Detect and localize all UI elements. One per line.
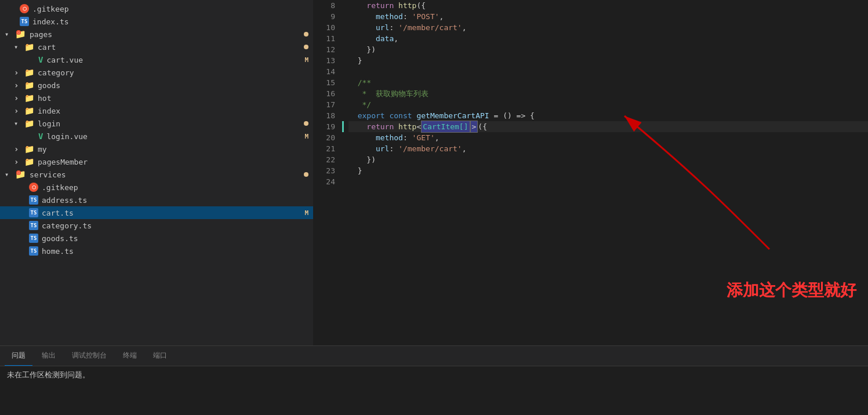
pages-folder-icon: 📁⬡	[15, 29, 26, 39]
sidebar-item-pages[interactable]: 📁⬡ pages	[0, 28, 313, 41]
line-num: 14	[313, 66, 335, 77]
panel-content: 未在工作区检测到问题。	[0, 366, 868, 415]
sidebar-item-category[interactable]: 📁 category	[0, 66, 313, 79]
code-line: export const getMemberCartAPI = () => {	[348, 110, 868, 121]
modified-badge-m: M	[304, 133, 308, 140]
line-num: 21	[313, 143, 335, 154]
sidebar-item-goods-ts[interactable]: TS goods.ts	[0, 232, 313, 245]
ts-icon: TS	[29, 234, 38, 243]
sidebar-item-label: cart	[38, 43, 304, 52]
chevron-right-icon	[14, 144, 23, 154]
code-editor[interactable]: return http({ method: 'POST', url: '/mem…	[344, 0, 868, 345]
sidebar-item-cart-vue[interactable]: V cart.vue M	[0, 53, 313, 66]
sidebar-item-label: home.ts	[42, 247, 313, 256]
sidebar-item-label: goods	[38, 81, 313, 90]
code-line: * 获取购物车列表	[348, 88, 868, 99]
sidebar-item-login-folder[interactable]: 📁 login	[0, 117, 313, 130]
sidebar-item-label: goods.ts	[42, 234, 313, 243]
sidebar-item-home-ts[interactable]: TS home.ts	[0, 245, 313, 257]
line-num: 24	[313, 176, 335, 187]
sidebar-item-cart-folder[interactable]: 📁 cart	[0, 41, 313, 53]
sidebar-item-category-ts[interactable]: TS category.ts	[0, 219, 313, 232]
ts-icon: TS	[29, 208, 38, 217]
ts-icon: TS	[20, 17, 29, 26]
bottom-panel: 问题 输出 调试控制台 终端 端口 未在工作区检测到问题。	[0, 345, 868, 415]
tab-terminal[interactable]: 终端	[116, 346, 144, 366]
sidebar-item-hot[interactable]: 📁 hot	[0, 92, 313, 104]
code-line: /**	[348, 77, 868, 88]
sidebar-item-index-folder[interactable]: 📁 index	[0, 104, 313, 117]
folder-icon: 📁	[24, 81, 34, 90]
sidebar-item-gitkeep-root[interactable]: ⬡ .gitkeep	[0, 2, 313, 15]
chevron-down-icon	[14, 119, 23, 128]
folder-icon: 📁	[24, 68, 34, 77]
sidebar-item-my[interactable]: 📁 my	[0, 143, 313, 155]
sidebar-item-login-vue[interactable]: V login.vue M	[0, 130, 313, 143]
sidebar-item-services[interactable]: 📁⬡ services	[0, 168, 313, 181]
line-num: 10	[313, 22, 335, 33]
chevron-down-icon	[5, 30, 14, 39]
sidebar-item-label: my	[38, 145, 313, 154]
sidebar-item-label: category.ts	[42, 221, 313, 230]
sidebar-item-address-ts[interactable]: TS address.ts	[0, 194, 313, 206]
sidebar-item-label: pagesMember	[38, 158, 313, 166]
folder-icon: 📁	[24, 157, 34, 166]
sidebar-item-label: index.ts	[32, 17, 313, 26]
folder-icon: 📁	[24, 119, 34, 128]
ts-icon: TS	[29, 195, 38, 205]
editor-area: 8 9 10 11 12 13 14 15 16 17 18💡 19 20 21…	[313, 0, 868, 345]
tab-problems[interactable]: 问题	[5, 346, 32, 366]
line-num: 12	[313, 44, 335, 55]
panel-tabs: 问题 输出 调试控制台 终端 端口	[0, 346, 868, 366]
code-line: url: '/member/cart',	[348, 143, 868, 154]
generic-bracket: >	[470, 121, 478, 133]
tab-output[interactable]: 输出	[35, 346, 63, 366]
sidebar-item-label: category	[38, 68, 313, 77]
chevron-down-icon	[5, 170, 14, 179]
vue-icon: V	[38, 132, 43, 141]
code-line: method: 'POST',	[348, 11, 868, 22]
line-num: 22	[313, 154, 335, 165]
sidebar-item-goods[interactable]: 📁 goods	[0, 79, 313, 92]
git-icon: ⬡	[29, 183, 38, 192]
folder-icon: 📁	[24, 93, 34, 103]
sidebar-item-gitkeep-services[interactable]: ⬡ .gitkeep	[0, 181, 313, 194]
sidebar: ⬡ .gitkeep TS index.ts 📁⬡ pages 📁 cart	[0, 0, 313, 345]
code-line: return http({	[348, 0, 868, 11]
line-num: 15	[313, 77, 335, 88]
modified-badge-m: M	[304, 209, 308, 217]
line-num: 20	[313, 132, 335, 143]
sidebar-item-index-ts[interactable]: TS index.ts	[0, 15, 313, 28]
code-line: data,	[348, 33, 868, 44]
modified-badge	[304, 121, 308, 126]
chevron-right-icon	[14, 68, 23, 77]
line-num: 17	[313, 99, 335, 110]
folder-icon: 📁	[24, 106, 34, 115]
line-num: 19	[313, 121, 335, 132]
modified-badge	[304, 32, 308, 37]
chevron-down-icon	[14, 42, 23, 52]
sidebar-item-label: cart.vue	[46, 56, 304, 64]
modified-badge-m: M	[304, 56, 308, 64]
sidebar-item-pagesmember[interactable]: 📁 pagesMember	[0, 155, 313, 168]
code-line: }	[348, 55, 868, 66]
tab-debug[interactable]: 调试控制台	[65, 346, 114, 366]
sidebar-item-label: address.ts	[42, 196, 313, 205]
folder-icon: 📁	[24, 144, 34, 154]
sidebar-item-label: cart.ts	[42, 209, 304, 217]
type-highlight: CartItem[]	[421, 121, 470, 133]
code-line: */	[348, 99, 868, 110]
git-icon: ⬡	[20, 4, 29, 13]
ts-icon: TS	[29, 221, 38, 230]
tab-ports[interactable]: 端口	[146, 346, 174, 366]
modified-badge	[304, 45, 308, 49]
sidebar-item-cart-ts[interactable]: TS cart.ts M	[0, 206, 313, 219]
code-line: })	[348, 154, 868, 165]
vue-icon: V	[38, 55, 43, 64]
sidebar-item-label: hot	[38, 94, 313, 103]
sidebar-item-label: index	[38, 107, 313, 115]
chevron-right-icon	[14, 93, 23, 103]
line-num: 23	[313, 165, 335, 176]
code-line	[348, 66, 868, 77]
ts-icon: TS	[29, 246, 38, 256]
